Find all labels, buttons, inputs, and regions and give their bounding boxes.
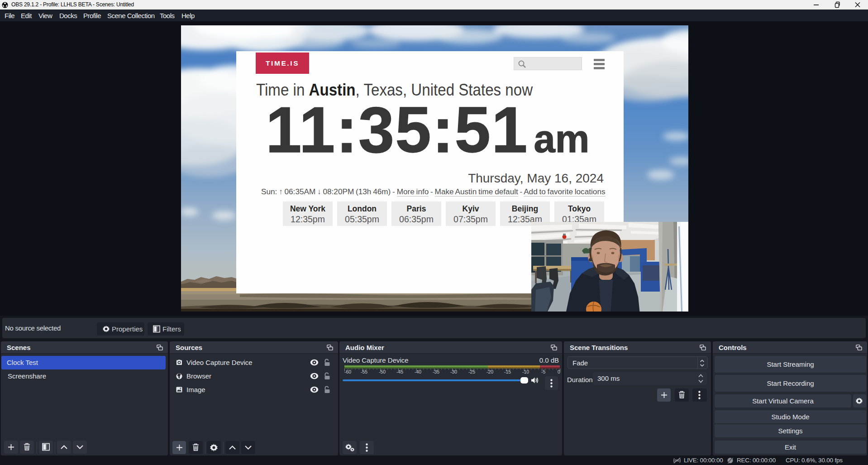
- svg-text:-35: -35: [433, 369, 439, 374]
- svg-text:-30: -30: [450, 369, 457, 374]
- svg-text:-60: -60: [344, 369, 351, 374]
- svg-text:-45: -45: [396, 369, 403, 374]
- svg-text:-55: -55: [361, 369, 367, 374]
- svg-text:-25: -25: [468, 369, 475, 374]
- svg-text:-5: -5: [541, 369, 545, 374]
- svg-text:-10: -10: [522, 369, 529, 374]
- svg-text:-15: -15: [504, 369, 511, 374]
- svg-text:-50: -50: [379, 369, 386, 374]
- svg-text:-20: -20: [486, 369, 493, 374]
- svg-text:0: 0: [558, 369, 560, 374]
- svg-text:-40: -40: [415, 369, 421, 374]
